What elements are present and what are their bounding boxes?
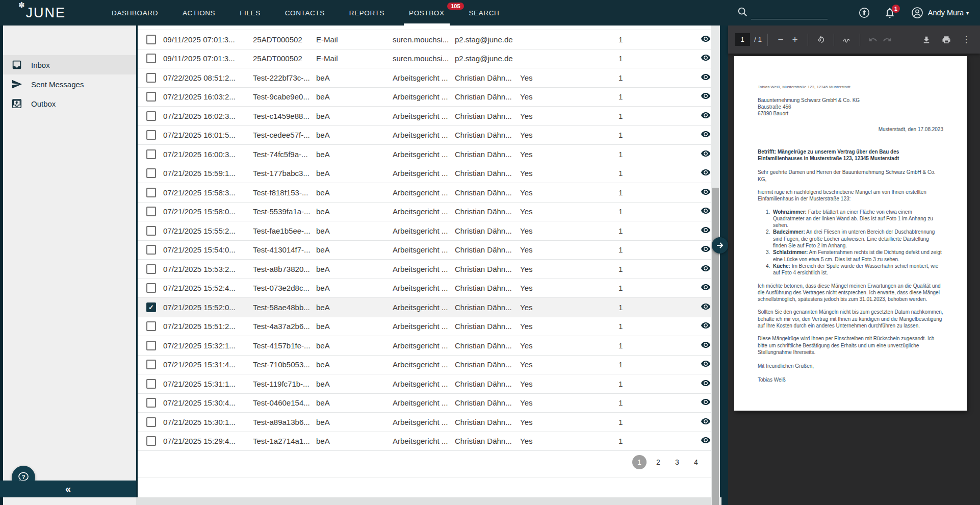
table-row[interactable]: 09/11/2025 07:01:3... 25ADT000502 E-Mail… [138,30,720,49]
global-search-input[interactable] [751,7,828,19]
table-row[interactable]: 07/21/2025 16:01:5... Test-cedee57f-... … [138,126,720,145]
view-icon[interactable] [701,340,711,351]
row-checkbox[interactable] [146,207,156,216]
view-icon[interactable] [701,91,711,103]
row-checkbox[interactable] [146,341,156,350]
notifications-button[interactable]: 1 [884,7,896,19]
row-checkbox[interactable] [146,188,156,197]
view-icon[interactable] [701,148,711,160]
view-icon[interactable] [701,206,711,217]
row-checkbox[interactable] [146,264,156,274]
nav-item-search[interactable]: SEARCH [457,0,512,26]
row-checkbox[interactable] [146,130,156,140]
row-checkbox[interactable] [146,283,156,293]
table-row[interactable]: 07/21/2025 15:29:4... Test-1a2714a1... b… [138,432,720,451]
view-icon[interactable] [701,416,711,428]
row-checkbox[interactable] [146,417,156,427]
row-checkbox[interactable] [146,111,156,121]
table-row[interactable]: 07/21/2025 15:54:0... Test-413014f7-... … [138,241,720,260]
table-row[interactable]: 09/11/2025 07:01:3... 25ADT000502 E-Mail… [138,49,720,69]
view-icon[interactable] [701,301,711,313]
sidebar-item-inbox[interactable]: Inbox [0,55,136,74]
page-button-3[interactable]: 3 [670,455,684,469]
table-row[interactable]: 07/21/2025 15:58:3... Test-f818f153-... … [138,183,720,203]
row-checkbox[interactable] [146,92,156,102]
app-logo[interactable]: ✽ JUNE [18,1,66,24]
table-row[interactable]: 07/21/2025 15:58:0... Test-5539fa1a-... … [138,203,720,222]
table-row[interactable]: 07/21/2025 15:53:2... Test-a8b73820... b… [138,260,720,279]
view-icon[interactable] [701,225,711,237]
table-row[interactable]: 07/21/2025 15:52:4... Test-073e2d8c... b… [138,279,720,298]
row-checkbox[interactable] [146,321,156,331]
page-button-4[interactable]: 4 [689,455,703,469]
row-checkbox[interactable] [146,379,156,389]
view-icon[interactable] [701,359,711,370]
view-icon[interactable] [701,53,711,64]
view-icon[interactable] [701,282,711,294]
row-checkbox[interactable] [146,73,156,83]
nav-item-actions[interactable]: ACTIONS [170,0,227,26]
chevron-down-icon[interactable]: ▾ [966,10,969,16]
row-checkbox[interactable] [146,168,156,178]
view-icon[interactable] [701,263,711,275]
rotate-button[interactable] [814,33,828,47]
view-icon[interactable] [701,34,711,45]
view-icon[interactable] [701,397,711,409]
table-row[interactable]: 07/21/2025 16:03:2... Test-9cabe9e0... b… [138,88,720,107]
table-row[interactable]: 07/21/2025 15:30:1... Test-a89a13b6... b… [138,413,720,432]
table-row[interactable]: 07/21/2025 16:00:3... Test-74fc5f9a-... … [138,145,720,164]
table-row[interactable]: 07/21/2025 16:02:3... Test-c1459e88... b… [138,107,720,126]
row-checkbox[interactable] [146,54,156,63]
table-row[interactable]: 07/21/2025 15:51:2... Test-4a37a2b6... b… [138,317,720,337]
table-row[interactable]: 07/21/2025 15:31:1... Test-119fc71b-... … [138,374,720,394]
user-avatar[interactable] [911,7,923,19]
expand-viewer-button[interactable] [712,237,728,254]
row-checkbox[interactable] [146,35,156,44]
table-row[interactable]: 07/21/2025 15:30:4... Test-0460e154... b… [138,394,720,413]
sidebar-item-outbox[interactable]: Outbox [0,94,136,113]
row-checkbox[interactable] [146,360,156,369]
page-button-2[interactable]: 2 [651,455,665,469]
view-icon[interactable] [701,378,711,390]
row-checkbox[interactable] [146,436,156,446]
nav-item-dashboard[interactable]: DASHBOARD [99,0,170,26]
row-checkbox[interactable]: ✓ [146,302,156,312]
page-number-input[interactable] [735,33,750,46]
search-icon[interactable] [737,6,748,19]
view-icon[interactable] [701,72,711,84]
view-icon[interactable] [701,187,711,198]
view-icon[interactable] [701,244,711,256]
row-checkbox[interactable] [146,149,156,159]
nav-item-reports[interactable]: REPORTS [337,0,397,26]
undo-button[interactable] [866,33,880,47]
upload-button[interactable] [858,7,870,19]
table-scrollbar-thumb[interactable] [712,188,719,505]
page-button-1[interactable]: 1 [632,455,647,469]
row-checkbox[interactable] [146,398,156,408]
view-icon[interactable] [701,129,711,141]
nav-item-contacts[interactable]: CONTACTS [273,0,337,26]
table-row[interactable]: 07/21/2025 15:31:4... Test-710b5053... b… [138,356,720,375]
more-options-button[interactable]: ⋮ [959,33,973,47]
table-row[interactable]: 07/21/2025 15:55:2... Test-fae1b5ee-... … [138,221,720,241]
download-button[interactable] [919,33,934,47]
view-icon[interactable] [701,167,711,179]
redo-button[interactable] [880,33,894,47]
table-row[interactable]: 07/21/2025 15:59:1... Test-177babc3... b… [138,164,720,184]
row-checkbox[interactable] [146,245,156,255]
sidebar-collapse-button[interactable]: « [0,481,136,497]
view-icon[interactable] [701,110,711,122]
zoom-in-button[interactable]: + [788,33,802,47]
nav-item-postbox[interactable]: POSTBOX105 [397,0,456,26]
table-row[interactable]: 07/21/2025 15:32:1... Test-4157b1fe-... … [138,336,720,356]
user-name[interactable]: Andy Mura [928,9,964,17]
view-icon[interactable] [701,320,711,332]
print-button[interactable] [939,33,953,47]
sidebar-item-sent-messages[interactable]: Sent Messages [0,74,136,94]
row-checkbox[interactable] [146,226,156,236]
table-row[interactable]: 07/22/2025 08:51:2... Test-222bf73c-... … [138,68,720,88]
view-icon[interactable] [701,435,711,447]
zoom-out-button[interactable]: − [773,33,788,47]
table-row[interactable]: ✓ 07/21/2025 15:52:0... Test-58ae48bb...… [138,298,720,317]
nav-item-files[interactable]: FILES [227,0,273,26]
